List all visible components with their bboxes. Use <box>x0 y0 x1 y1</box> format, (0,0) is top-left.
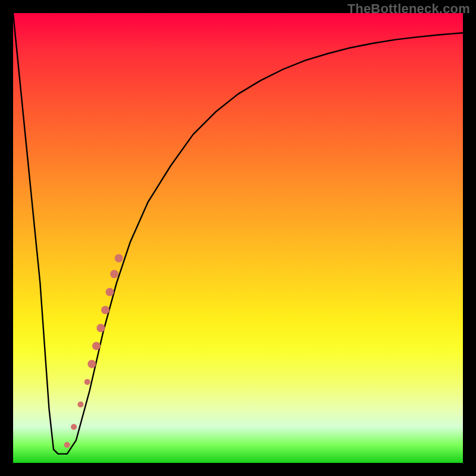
bottleneck-curve <box>13 13 463 454</box>
marker-dot <box>64 442 70 448</box>
chart-frame: TheBottleneck.com <box>0 0 476 476</box>
marker-dot <box>115 254 123 262</box>
marker-dot <box>87 360 96 368</box>
marker-dot <box>77 402 83 408</box>
watermark-text: TheBottleneck.com <box>347 1 470 17</box>
marker-group <box>64 254 123 448</box>
marker-dot <box>110 270 118 278</box>
marker-dot <box>106 288 114 296</box>
bottleneck-chart-svg <box>13 13 463 463</box>
marker-dot <box>92 342 101 350</box>
marker-dot <box>96 324 105 332</box>
marker-dot <box>71 424 77 430</box>
marker-dot <box>84 379 90 385</box>
marker-dot <box>101 306 109 314</box>
plot-area <box>13 13 463 463</box>
